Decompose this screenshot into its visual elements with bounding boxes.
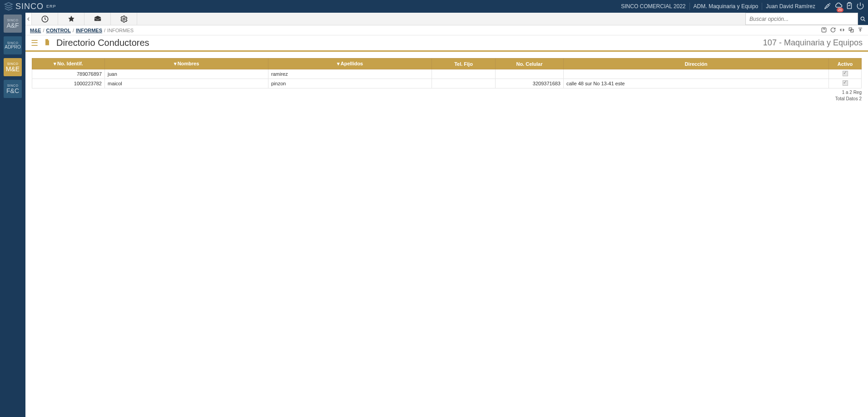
sidebar-item-fc[interactable]: SINCO F&C xyxy=(4,80,22,98)
cell-tel xyxy=(432,79,496,88)
cell-tel xyxy=(432,69,496,79)
col-activo[interactable]: Activo xyxy=(829,59,862,69)
sidebar-item-adpro[interactable]: SINCO ADPRO xyxy=(4,36,22,54)
left-sidebar: SINCO A&F SINCO ADPRO SINCO M&E SINCO F&… xyxy=(0,13,25,102)
cell-apellidos: ramirez xyxy=(268,69,432,79)
col-identif[interactable]: ▾No. Identif. xyxy=(32,59,105,69)
user-label[interactable]: Juan David Ramírez xyxy=(766,3,815,10)
toolbar-favorite-icon[interactable] xyxy=(58,13,84,25)
cloud-icon[interactable]: 20 xyxy=(834,2,843,11)
checkbox-icon xyxy=(843,80,848,86)
tools-icon[interactable] xyxy=(823,2,832,11)
toolbar-collapse[interactable] xyxy=(25,13,32,25)
table-row[interactable]: 1000223782maicolpinzon3209371683calle 48… xyxy=(32,79,862,88)
breadcrumb-0[interactable]: M&E xyxy=(30,28,41,33)
content: ▾No. Identif. ▾Nombres ▾Apellidos Tel. F… xyxy=(25,52,868,102)
clipboard-icon[interactable] xyxy=(845,2,853,11)
cell-nombres: juan xyxy=(105,69,268,79)
title-bar: ☰ Directorio Conductores 107 - Maquinari… xyxy=(25,35,868,52)
grid-footer: 1 a 2 Reg Total Datos 2 xyxy=(32,89,862,102)
brand-logo[interactable]: SINCO ERP xyxy=(4,1,56,11)
cell-nombres: maicol xyxy=(105,79,268,88)
logo-icon xyxy=(4,1,14,11)
svg-point-2 xyxy=(123,18,125,20)
header-right: SINCO COMERCIAL 2022 ADM. Maquinaria y E… xyxy=(621,2,864,11)
grid-total: Total Datos 2 xyxy=(32,96,862,102)
cloud-badge-count: 20 xyxy=(837,8,843,12)
breadcrumb-3: INFORMES xyxy=(107,28,134,33)
checkbox-icon xyxy=(843,71,848,76)
help-icon[interactable] xyxy=(821,27,827,34)
col-nombres[interactable]: ▾Nombres xyxy=(105,59,268,69)
popout-icon[interactable] xyxy=(848,27,854,34)
resize-horizontal-icon[interactable] xyxy=(839,27,845,34)
grid-range: 1 a 2 Reg xyxy=(32,89,862,96)
data-grid: ▾No. Identif. ▾Nombres ▾Apellidos Tel. F… xyxy=(32,58,862,88)
cell-cel: 3209371683 xyxy=(496,79,564,88)
cell-dir xyxy=(564,69,829,79)
power-icon[interactable] xyxy=(856,2,864,11)
page-title: Directorio Conductores xyxy=(56,38,149,48)
breadcrumb-2[interactable]: INFORMES xyxy=(76,28,102,33)
header-icons: 20 xyxy=(823,2,864,11)
table-row[interactable]: 789076897juanramirez xyxy=(32,69,862,79)
breadcrumb-1[interactable]: CONTROL xyxy=(46,28,71,33)
col-telfijo[interactable]: Tel. Fijo xyxy=(432,59,496,69)
toolbar xyxy=(25,13,868,25)
company-label[interactable]: SINCO COMERCIAL 2022 xyxy=(621,3,685,10)
menu-icon[interactable]: ☰ xyxy=(31,38,38,48)
cell-activo xyxy=(829,79,862,88)
sidebar-item-af[interactable]: SINCO A&F xyxy=(4,15,22,33)
search-button[interactable] xyxy=(858,13,868,25)
top-header: SINCO ERP SINCO COMERCIAL 2022 ADM. Maqu… xyxy=(0,0,868,13)
col-apellidos[interactable]: ▾Apellidos xyxy=(268,59,432,69)
svg-point-3 xyxy=(861,17,864,20)
col-direccion[interactable]: Dirección xyxy=(564,59,829,69)
grid-header-row: ▾No. Identif. ▾Nombres ▾Apellidos Tel. F… xyxy=(32,59,862,69)
cell-activo xyxy=(829,69,862,79)
cell-identif: 1000223782 xyxy=(32,79,105,88)
refresh-icon[interactable] xyxy=(830,27,836,34)
cell-cel xyxy=(496,69,564,79)
collapse-up-icon[interactable] xyxy=(857,27,863,34)
brand-text: SINCO xyxy=(15,2,44,11)
sidebar-item-me[interactable]: SINCO M&E xyxy=(4,58,22,76)
breadcrumb-tools xyxy=(821,27,863,34)
page-context: 107 - Maquinaria y Equipos xyxy=(763,38,863,48)
toolbar-settings-icon[interactable] xyxy=(111,13,137,25)
brand-sub: ERP xyxy=(46,4,56,9)
col-celular[interactable]: No. Celular xyxy=(496,59,564,69)
module-label[interactable]: ADM. Maquinaria y Equipo xyxy=(694,3,759,10)
document-icon xyxy=(44,39,51,47)
toolbar-recent-icon[interactable] xyxy=(32,13,58,25)
search-wrap xyxy=(745,13,868,25)
search-input[interactable] xyxy=(745,13,858,25)
cell-dir: calle 48 sur No 13-41 este xyxy=(564,79,829,88)
toolbar-mail-icon[interactable] xyxy=(84,13,111,25)
cell-identif: 789076897 xyxy=(32,69,105,79)
cell-apellidos: pinzon xyxy=(268,79,432,88)
breadcrumb-row: M&E / CONTROL / INFORMES / INFORMES xyxy=(25,25,868,35)
